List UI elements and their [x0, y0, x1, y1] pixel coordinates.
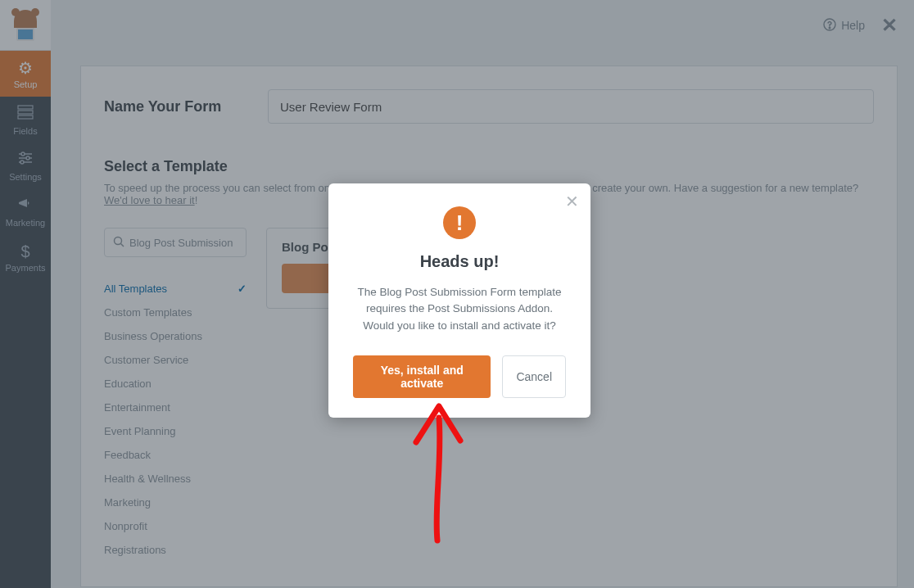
- cancel-button[interactable]: Cancel: [502, 355, 566, 398]
- modal-buttons: Yes, install and activate Cancel: [353, 355, 566, 398]
- modal-text: The Blog Post Submission Form template r…: [353, 284, 566, 334]
- modal-close-button[interactable]: ✕: [565, 192, 579, 211]
- install-addon-modal: ✕ ! Heads up! The Blog Post Submission F…: [328, 183, 590, 418]
- warning-icon: !: [443, 206, 476, 239]
- modal-title: Heads up!: [353, 252, 566, 271]
- install-activate-button[interactable]: Yes, install and activate: [353, 355, 491, 398]
